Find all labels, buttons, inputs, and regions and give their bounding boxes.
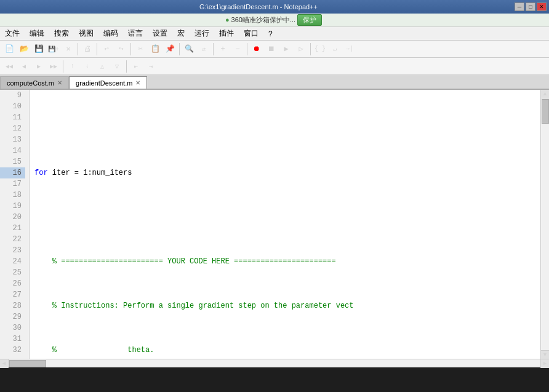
linenum-14: 14 <box>0 145 25 156</box>
tb2-2[interactable]: ◀ <box>17 60 31 73</box>
tb2-3[interactable]: ▶ <box>32 60 46 73</box>
scroll-thumb[interactable] <box>542 99 549 124</box>
h-scroll-left[interactable]: ◀ <box>0 359 9 368</box>
tb2-9[interactable]: ⇤ <box>129 60 143 73</box>
menu-view[interactable]: 视图 <box>74 27 98 40</box>
sep4 <box>179 43 180 55</box>
code-line-14: % theta. <box>34 345 540 356</box>
tab-computecost[interactable]: computeCost.m ✕ <box>0 76 69 89</box>
tb-save-all[interactable]: 💾+ <box>47 42 60 56</box>
comment-14: % theta. <box>34 345 154 356</box>
scroll-down-arrow[interactable]: ▼ <box>541 350 550 359</box>
tb-copy[interactable]: 📋 <box>148 42 162 56</box>
tb-cut[interactable]: ✂ <box>134 42 147 56</box>
tb-syntax[interactable]: { } <box>313 42 327 56</box>
tb-macro-play[interactable]: ▶ <box>279 42 293 56</box>
comment-12: % ======================= YOUR CODE HERE… <box>34 256 336 267</box>
tb-close[interactable]: ✕ <box>62 42 75 56</box>
menu-file[interactable]: 文件 <box>0 27 25 40</box>
menu-encoding[interactable]: 编码 <box>98 27 123 40</box>
tb2-6[interactable]: ↓ <box>81 60 94 73</box>
tab-gradientdescent-label: gradientDescent.m <box>76 79 132 87</box>
code-line-10: for iter = 1:num_iters <box>34 167 540 178</box>
linenum-17: 17 <box>0 178 25 190</box>
tb-undo[interactable]: ↩ <box>100 42 113 56</box>
linenum-21: 21 <box>0 223 25 234</box>
tb-macro-stop[interactable]: ⏹ <box>265 42 278 56</box>
linenum-10: 10 <box>0 101 25 112</box>
menu-plugins[interactable]: 插件 <box>214 27 239 40</box>
linenum-11: 11 <box>0 112 25 123</box>
sep1 <box>78 43 78 55</box>
tb2-4[interactable]: ▶▶ <box>47 60 60 73</box>
h-scroll-thumb[interactable] <box>9 360 46 367</box>
code-line-9 <box>34 123 540 134</box>
tb-indent[interactable]: →| <box>343 42 356 56</box>
linenum-22: 22 <box>0 234 25 245</box>
menu-settings[interactable]: 设置 <box>148 27 172 40</box>
tb-paste[interactable]: 📌 <box>163 42 177 56</box>
linenum-28: 28 <box>0 300 25 311</box>
tb-macro-rec[interactable]: ⏺ <box>250 42 263 56</box>
tb-zoom-in[interactable]: + <box>216 42 230 56</box>
tab-bar: computeCost.m ✕ gradientDescent.m ✕ <box>0 75 549 90</box>
tb-replace[interactable]: ⇄ <box>197 42 210 56</box>
tb-save[interactable]: 💾 <box>32 42 46 56</box>
title-bar: G:\ex1\gradientDescent.m - Notepad++ ─ □… <box>0 0 549 14</box>
title-text: G:\ex1\gradientDescent.m - Notepad++ <box>2 3 515 10</box>
minimize-button[interactable]: ─ <box>515 2 524 11</box>
tb-print[interactable]: 🖨 <box>81 42 94 56</box>
linenum-20: 20 <box>0 212 25 223</box>
menu-edit[interactable]: 编辑 <box>25 27 49 40</box>
linenum-25: 25 <box>0 267 25 278</box>
linenum-31: 31 <box>0 334 25 345</box>
tb-macro-run[interactable]: ▷ <box>294 42 308 56</box>
tb-find[interactable]: 🔍 <box>182 42 196 56</box>
tb-new[interactable]: 📄 <box>2 42 16 56</box>
linenum-13: 13 <box>0 134 25 145</box>
tb-redo[interactable]: ↪ <box>114 42 128 56</box>
code-line-12: % ======================= YOUR CODE HERE… <box>34 256 540 267</box>
kw-for: for <box>34 167 48 178</box>
menu-run[interactable]: 运行 <box>190 27 214 40</box>
sep-t2-2 <box>126 60 127 73</box>
tb2-10[interactable]: ⇥ <box>144 60 158 73</box>
tb-zoom-out[interactable]: − <box>231 42 244 56</box>
tab-gradientdescent-close[interactable]: ✕ <box>135 79 140 86</box>
h-scroll-right[interactable]: ▶ <box>540 359 549 368</box>
menu-macro[interactable]: 宏 <box>172 27 190 40</box>
linenum-24: 24 <box>0 256 25 267</box>
line-numbers: 9 10 11 12 13 14 15 16 17 18 19 20 21 22… <box>0 90 30 359</box>
linenum-18: 18 <box>0 190 25 201</box>
code-content[interactable]: for iter = 1:num_iters % ===============… <box>30 90 540 359</box>
linenum-30: 30 <box>0 322 25 334</box>
tb-open[interactable]: 📂 <box>17 42 31 56</box>
scroll-up-arrow[interactable]: ▲ <box>541 90 550 98</box>
close-button[interactable]: ✕ <box>537 2 547 11</box>
toolbar-2: ◀◀ ◀ ▶ ▶▶ ↑ ↓ △ ▽ ⇤ ⇥ <box>0 58 549 75</box>
protection-text: ● 360瞄准沙箱保护中... <box>225 15 295 25</box>
linenum-32: 32 <box>0 345 25 356</box>
tb2-1[interactable]: ◀◀ <box>2 60 16 73</box>
horizontal-scrollbar[interactable]: ◀ ▶ <box>0 359 549 367</box>
linenum-27: 27 <box>0 289 25 300</box>
maximize-button[interactable]: □ <box>526 2 535 11</box>
tb2-5[interactable]: ↑ <box>66 60 79 73</box>
linenum-23: 23 <box>0 245 25 256</box>
code-iter: iter = 1:num_iters <box>48 167 132 178</box>
linenum-19: 19 <box>0 201 25 212</box>
menu-search[interactable]: 搜索 <box>49 27 74 40</box>
tab-computecost-close[interactable]: ✕ <box>57 79 62 86</box>
tb2-7[interactable]: △ <box>95 60 109 73</box>
menu-help[interactable]: ? <box>263 28 278 39</box>
sep3 <box>130 43 131 55</box>
tab-gradientdescent[interactable]: gradientDescent.m ✕ <box>69 76 147 89</box>
vertical-scrollbar[interactable]: ▲ ▼ <box>540 90 549 359</box>
window-controls: ─ □ ✕ <box>515 2 547 11</box>
tb2-8[interactable]: ▽ <box>110 60 124 73</box>
tb-wrap[interactable]: ↵ <box>328 42 342 56</box>
menu-window[interactable]: 窗口 <box>239 27 263 40</box>
protection-button[interactable]: 保护 <box>297 14 322 26</box>
code-line-11 <box>34 212 540 223</box>
menu-language[interactable]: 语言 <box>123 27 148 40</box>
